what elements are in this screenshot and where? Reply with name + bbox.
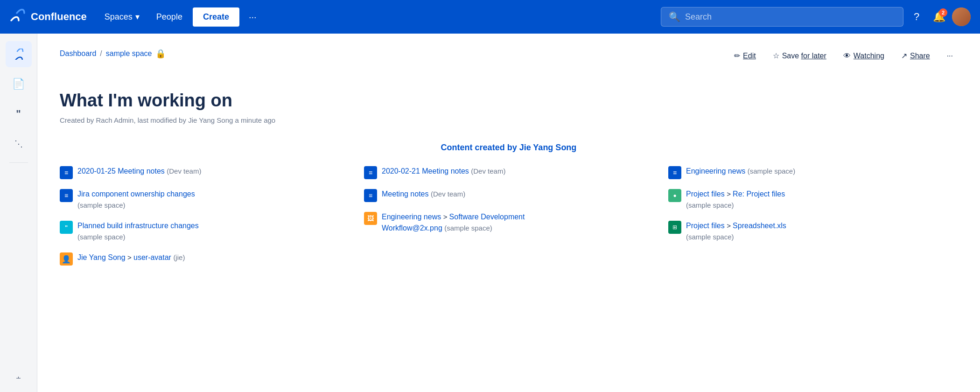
engineering-news-col3-link[interactable]: Engineering news xyxy=(686,167,745,175)
create-button[interactable]: Create xyxy=(193,7,239,27)
lock-icon: 🔒 xyxy=(155,49,166,59)
collapse-icon: ⫠ xyxy=(15,373,22,381)
jira-component-meta: (sample space) xyxy=(77,201,126,209)
people-nav[interactable]: People xyxy=(150,8,189,26)
content-column-2: ≡ 2020-02-21 Meeting notes (Dev team) ≡ … xyxy=(364,166,653,266)
more-dots-icon: ··· xyxy=(947,52,953,60)
content-column-3: ≡ Engineering news (sample space) ● Proj… xyxy=(668,166,958,266)
share-label: Share xyxy=(910,52,930,60)
page-meta: Created by Rach Admin, last modified by … xyxy=(60,116,958,124)
top-nav: Confluence Spaces ▾ People Create ··· 🔍 … xyxy=(0,0,980,34)
list-item: ≡ Meeting notes (Dev team) xyxy=(364,189,653,202)
software-dev-link[interactable]: Software Development xyxy=(449,213,525,221)
page-icon: ≡ xyxy=(364,166,377,179)
spreadsheet-icon: ⊞ xyxy=(668,221,681,234)
spaces-nav[interactable]: Spaces ▾ xyxy=(98,8,146,26)
list-item: ≡ Jira component ownership changes (samp… xyxy=(60,189,349,211)
engineering-news-meta: (sample space) xyxy=(748,167,796,175)
content-column-1: ≡ 2020-01-25 Meeting notes (Dev team) ≡ … xyxy=(60,166,349,266)
user-avatar-link[interactable]: user-avatar xyxy=(133,253,171,261)
planned-build-link[interactable]: Planned build infrastructure changes xyxy=(77,222,199,230)
list-item: ≡ 2020-01-25 Meeting notes (Dev team) xyxy=(60,166,349,179)
avatar-image xyxy=(952,7,971,26)
workflow-meta: (sample space) xyxy=(444,224,492,232)
project-files-re-parent-link[interactable]: Project files xyxy=(686,190,725,198)
page-icon: ≡ xyxy=(668,166,681,179)
search-input[interactable] xyxy=(685,12,896,22)
meeting-notes-jan-link[interactable]: 2020-01-25 Meeting notes xyxy=(77,167,165,175)
edit-button[interactable]: ✏ Edit xyxy=(729,49,761,63)
search-icon: 🔍 xyxy=(669,11,680,22)
sidebar-item-home[interactable] xyxy=(6,41,32,67)
save-for-later-button[interactable]: ☆ Save for later xyxy=(768,49,831,63)
sidebar-item-hierarchy[interactable]: ⋱ xyxy=(6,131,32,157)
meeting-notes-meta: (Dev team) xyxy=(431,190,465,198)
main-content: Dashboard / sample space 🔒 ✏ Edit ☆ Save… xyxy=(37,34,980,392)
spreadsheet-xls-link[interactable]: Spreadsheet.xls xyxy=(733,222,786,230)
spaces-label: Spaces xyxy=(105,12,133,22)
meeting-notes-feb-link[interactable]: 2020-02-21 Meeting notes xyxy=(382,167,469,175)
star-icon: ☆ xyxy=(773,51,779,60)
list-item: " Planned build infrastructure changes (… xyxy=(60,220,349,243)
sidebar-collapse-button[interactable]: ⫠ xyxy=(6,370,32,385)
list-item: ● Project files > Re: Project files (sam… xyxy=(668,189,958,211)
user-avatar-meta: (jie) xyxy=(173,253,185,261)
page-icon: ≡ xyxy=(364,189,377,202)
chevron-down-icon: ▾ xyxy=(135,12,140,22)
content-grid: ≡ 2020-01-25 Meeting notes (Dev team) ≡ … xyxy=(60,166,958,266)
meeting-notes-feb-meta: (Dev team) xyxy=(471,167,505,175)
section-title: Content created by Jie Yang Song xyxy=(60,143,958,153)
re-project-files-link[interactable]: Re: Project files xyxy=(733,190,785,198)
search-bar: 🔍 xyxy=(661,7,903,27)
people-label: People xyxy=(156,12,182,22)
help-button[interactable]: ? xyxy=(907,7,926,26)
help-icon: ? xyxy=(914,11,919,23)
app-name: Confluence xyxy=(31,11,87,23)
re-project-files-meta: (sample space) xyxy=(686,201,734,209)
jira-component-link[interactable]: Jira component ownership changes xyxy=(77,190,195,198)
breadcrumb-dashboard[interactable]: Dashboard xyxy=(60,49,96,58)
spreadsheet-meta: (sample space) xyxy=(686,233,734,241)
sidebar-item-quotes[interactable]: " xyxy=(6,101,32,127)
share-button[interactable]: ↗ Share xyxy=(896,49,935,63)
planned-build-icon: " xyxy=(60,221,73,234)
main-layout: 📄 " ⋱ ⫠ Dashboard / sample space 🔒 ✏ xyxy=(0,34,980,392)
pages-icon: 📄 xyxy=(12,78,25,90)
notifications-button[interactable]: 🔔 2 xyxy=(930,7,948,26)
quote-icon: " xyxy=(16,108,21,120)
more-page-actions-button[interactable]: ··· xyxy=(942,49,958,63)
sidebar-divider xyxy=(9,162,28,163)
share-icon: ↗ xyxy=(901,51,907,60)
jie-yang-song-link[interactable]: Jie Yang Song xyxy=(77,253,126,261)
user-avatar[interactable] xyxy=(952,7,971,26)
list-item: ⊞ Project files > Spreadsheet.xls (sampl… xyxy=(668,220,958,243)
breadcrumb-separator: / xyxy=(100,49,102,58)
engineering-news-col2-link[interactable]: Engineering news xyxy=(382,213,441,221)
sidebar: 📄 " ⋱ ⫠ xyxy=(0,34,37,392)
breadcrumb-space[interactable]: sample space xyxy=(106,49,152,58)
planned-build-meta: (sample space) xyxy=(77,233,126,241)
edit-label: Edit xyxy=(743,52,756,60)
breadcrumb: Dashboard / sample space 🔒 xyxy=(60,49,166,59)
save-for-later-label: Save for later xyxy=(782,52,826,60)
logo[interactable]: Confluence xyxy=(9,8,87,25)
more-nav-button[interactable]: ··· xyxy=(243,8,262,26)
project-files-xls-parent-link[interactable]: Project files xyxy=(686,222,725,230)
list-item: ≡ Engineering news (sample space) xyxy=(668,166,958,179)
header-row: Dashboard / sample space 🔒 ✏ Edit ☆ Save… xyxy=(60,49,958,68)
meeting-notes-jan-meta: (Dev team) xyxy=(167,167,201,175)
notification-badge: 2 xyxy=(939,8,947,17)
page-icon: ≡ xyxy=(60,189,73,202)
page-title: What I'm working on xyxy=(60,91,958,111)
workflow-png-link[interactable]: Workflow@2x.png xyxy=(382,224,442,232)
person-icon: 👤 xyxy=(60,252,73,266)
watching-button[interactable]: 👁 Watching xyxy=(839,49,889,63)
image-icon: 🖼 xyxy=(364,212,377,225)
list-item: 🖼 Engineering news > Software Developmen… xyxy=(364,211,653,234)
meeting-notes-link[interactable]: Meeting notes xyxy=(382,190,429,198)
sidebar-item-pages[interactable]: 📄 xyxy=(6,71,32,97)
watching-label: Watching xyxy=(854,52,884,60)
hierarchy-icon: ⋱ xyxy=(14,139,23,149)
section-author: Jie Yang Song xyxy=(519,143,577,152)
blogpost-icon: ● xyxy=(668,189,681,202)
